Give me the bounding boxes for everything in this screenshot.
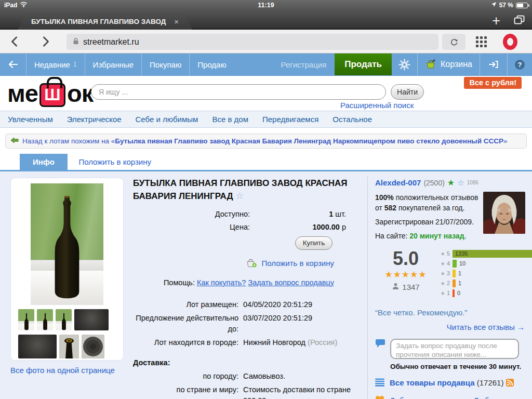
lot-title: БУТЫЛКА ПИВНАЯ ГЛАВПИВО ЗАВОД КРАСНАЯ БА… [133,178,351,203]
new-tab-icon[interactable]: + [492,14,500,28]
settings-gear-icon[interactable] [392,54,417,75]
seller-badge-count: 1086 [467,180,478,185]
placed-value: 04/05/2020 20:51:29 [243,299,357,310]
login-icon[interactable] [480,54,507,75]
meshok-logo[interactable]: меШок [7,79,93,108]
rating-bar-4 [453,260,457,268]
help-label: Помощь: [164,278,195,287]
nav-back-arrow-icon[interactable] [0,54,26,75]
nav-item-selling[interactable]: Продаю [189,54,234,75]
advanced-search-link[interactable]: Расширенный поиск [340,101,414,110]
reload-button[interactable] [442,34,466,50]
price-value: 1000.00 р [256,223,357,231]
add-to-cart-link[interactable]: Положить в корзину [261,259,334,268]
thumbnail-detail-2[interactable] [18,335,57,358]
category-hobby[interactable]: Увлеченным [8,115,53,124]
tab-switcher-icon[interactable] [514,15,525,26]
category-other[interactable]: Остальное [332,115,372,124]
question-input[interactable] [390,339,519,359]
nav-item-buying[interactable]: Покупаю [141,54,189,75]
main-photo[interactable] [31,183,103,305]
read-all-reviews-link[interactable]: Читать все отзывы → [447,323,525,331]
basket-icon [425,59,436,71]
all-seller-items-link[interactable]: Все товары продавца [390,378,475,387]
battery-percent: 57 % [499,2,513,9]
help-icon[interactable]: ? [507,54,532,75]
registered-line: Зарегистрирован 21/07/2009. [375,217,480,228]
green-back-arrow-icon [10,137,19,145]
price-label: Цена: [133,223,256,231]
rating-bars: ★ 51335 ★ 410 ★ 31 ★ 21 ★ 10 [436,249,527,299]
seller-avatar[interactable] [483,192,525,234]
thumbnail-neck[interactable] [59,335,79,361]
seller-name-link[interactable]: Alexded-007 [375,178,421,187]
search-button[interactable]: Найти [391,84,424,100]
tab-close-icon[interactable]: × [174,17,179,26]
rating-bar-3 [453,270,456,277]
thumbnail-bottle-3[interactable] [56,309,72,330]
bottle-photo [48,194,86,301]
how-to-buy-link[interactable]: Как покупать? [197,278,246,287]
category-personal[interactable]: Себе и любимым [136,115,198,124]
favorite-seller-link[interactable]: Добавить продавца в «Любимые» [390,396,513,399]
shopping-bag-icon: Ш [39,83,65,107]
category-electric[interactable]: Электрическое [67,115,122,124]
forward-icon[interactable] [41,35,51,50]
lot-content: Все фото на одной странице БУТЫЛКА ПИВНА… [0,171,532,399]
voters-count: 1347 [402,283,419,291]
column-divider [367,177,368,399]
positive-feedback-line: 100% положительных отзывов от 582 покупа… [375,193,480,214]
address-field[interactable]: streetmarket.ru [66,34,438,50]
seller-green-star-icon: ★ [447,178,455,188]
online-line: На сайте: 20 минут назад. [375,231,480,242]
all-seller-items-row: Все товары продавца (17261) [375,378,527,388]
browser-tab[interactable]: БУТЫЛКА ПИВНАЯ ГЛАВПИВО ЗАВОД × [18,13,192,30]
promo-badge[interactable]: Все с рубля! [464,77,522,89]
browser-tab-bar: БУТЫЛКА ПИВНАЯ ГЛАВПИВО ЗАВОД × + [0,10,532,30]
category-home[interactable]: Все в дом [212,115,248,124]
battery-icon [516,3,528,8]
seller-column: Alexded-007 (2500) ★ ☆1086 100% положите… [375,178,527,399]
cart-button[interactable]: Корзина [417,54,480,75]
nav-item-favorites[interactable]: Избранные [85,54,141,75]
placed-label: Лот размещен: [133,299,243,310]
back-icon[interactable] [9,35,20,50]
thumbnail-bottle-1[interactable] [18,309,34,330]
city-label: Лот находится в городе: [133,337,243,348]
search-input[interactable] [91,84,386,100]
opera-logo[interactable] [503,34,517,50]
seller-blue-star-icon: ☆ [457,178,464,188]
valid-until-value: 03/07/2020 20:51:29 [243,313,357,335]
delivery-city-value: Самовывоз. [243,371,357,382]
category-transport[interactable]: Передвигаемся [262,115,318,124]
rss-icon[interactable] [506,379,514,388]
rating-bar-2 [453,280,456,287]
nav-item-recent[interactable]: Недавние1 [26,54,85,75]
speed-dial-icon[interactable] [476,36,487,47]
thumbnail-detail-1[interactable] [74,309,109,330]
tab-info[interactable]: Инфо [20,154,68,170]
sell-button[interactable]: Продать [335,54,392,75]
tab-add-to-cart[interactable]: Положить в корзину [78,154,151,170]
favorite-star-icon[interactable]: ☆ [235,191,244,201]
registration-link[interactable]: Регистрация [273,54,335,75]
seller-items-count: (17261) [477,378,504,387]
lock-icon [73,37,79,47]
lot-tabs: Инфо Положить в корзину [0,154,532,170]
recent-count-badge: 1 [73,61,77,68]
rating-score: 5.0 [375,249,436,269]
site-nav-bar: Недавние1 Избранные Покупаю Продаю Регис… [0,54,532,76]
heart-icon [375,395,384,399]
city-value: Нижний Новгород (Россия) [243,337,357,348]
ios-status-bar: iPad 11:19 57 % [0,0,532,10]
delivery-country-value: Стоимость доставки по стране 300.00 р. [243,384,357,399]
category-menu: Увлеченным Электрическое Себе и любимым … [0,111,532,128]
all-photos-link[interactable]: Все фото на одной странице [10,366,115,375]
photo-gallery-card [10,178,124,361]
buy-button[interactable]: Купить [295,236,332,250]
thumbnail-bottom[interactable] [82,335,104,361]
back-to-lots-link[interactable]: Назад к лотам похожим на «Бутылка пивная… [5,134,527,149]
ask-seller-link[interactable]: Задать вопрос продавцу [248,278,334,287]
thumbnail-bottle-2[interactable] [37,309,53,330]
delivery-country-label: по стране и миру: [133,384,243,399]
